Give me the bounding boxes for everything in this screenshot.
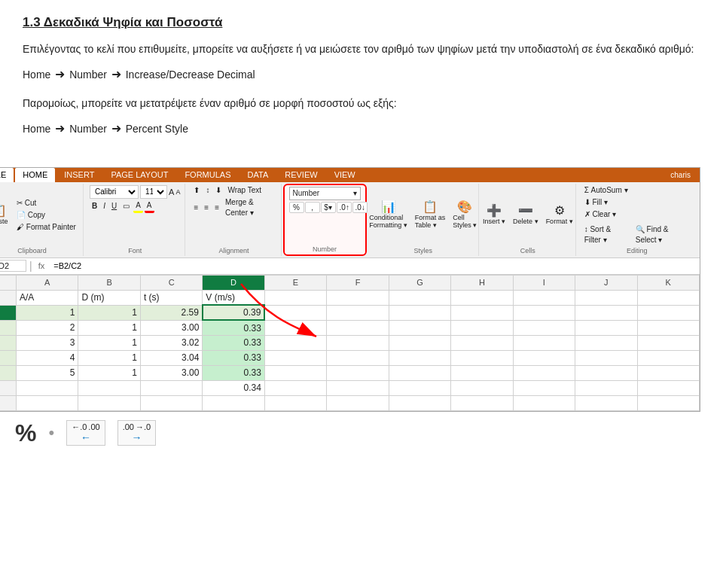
cell-k6[interactable] [637,365,699,380]
format-cells-btn[interactable]: ⚙ Format ▾ [543,203,576,227]
cell-d7[interactable]: 0.34 [203,380,264,395]
name-box[interactable]: D2 [0,260,26,272]
increase-font-btn[interactable]: A [169,187,174,197]
copy-button[interactable]: 📄 Copy [14,210,47,221]
cell-e8[interactable] [264,395,326,410]
cell-b3[interactable]: 1 [78,320,140,335]
autosum-btn[interactable]: Σ AutoSum ▾ [582,185,630,196]
tab-view[interactable]: VIEW [327,168,363,182]
merge-center-btn[interactable]: Merge & Center ▾ [223,197,276,218]
cell-i1[interactable] [513,290,575,305]
cell-i6[interactable] [513,365,575,380]
align-right-btn[interactable]: ≡ [212,203,221,213]
cell-j3[interactable] [575,320,637,335]
cell-j4[interactable] [575,335,637,350]
cell-k3[interactable] [637,320,699,335]
font-name-select[interactable]: Calibri [90,185,139,199]
delete-cells-btn[interactable]: ➖ Delete ▾ [510,203,541,227]
align-middle-btn[interactable]: ↕ [203,185,212,196]
bold-button[interactable]: B [90,201,99,212]
cell-i3[interactable] [513,320,575,335]
underline-button[interactable]: U [109,201,119,212]
cell-b4[interactable]: 1 [78,335,140,350]
find-select-btn[interactable]: 🔍 Find & Select ▾ [633,224,692,245]
accounting-btn[interactable]: $▾ [321,202,336,213]
col-header-i[interactable]: I [513,275,575,290]
conditional-formatting-btn[interactable]: 📊 ConditionalFormatting ▾ [366,200,410,230]
cell-i8[interactable] [513,395,575,410]
italic-button[interactable]: I [101,201,108,212]
cell-f7[interactable] [327,380,389,395]
cell-k5[interactable] [637,350,699,365]
fill-btn[interactable]: ⬇ Fill ▾ [582,197,610,208]
format-as-table-btn[interactable]: 📋 Format asTable ▾ [412,200,449,230]
tab-review[interactable]: REVIEW [277,168,325,182]
cell-a3[interactable]: 2 [17,320,78,335]
cell-c7[interactable] [140,380,202,395]
cell-i4[interactable] [513,335,575,350]
cell-h1[interactable] [451,290,513,305]
cell-k7[interactable] [637,380,699,395]
cell-f6[interactable] [327,365,389,380]
cell-d6[interactable]: 0.33 [203,365,264,380]
cell-h4[interactable] [451,335,513,350]
paste-button[interactable]: 📋 Paste [0,203,13,227]
cell-c1[interactable]: t (s) [140,290,202,305]
cell-c3[interactable]: 3.00 [140,320,202,335]
tab-page-layout[interactable]: PAGE LAYOUT [103,168,175,182]
cell-d8[interactable] [203,395,264,410]
decrease-decimal-btn[interactable]: .0↓ [352,202,368,213]
cell-g5[interactable] [389,350,450,365]
cell-i2[interactable] [513,305,575,320]
col-header-k[interactable]: K [637,275,699,290]
cell-b1[interactable]: D (m) [78,290,140,305]
align-bottom-btn[interactable]: ⬇ [213,185,224,196]
cell-h5[interactable] [451,350,513,365]
tab-home[interactable]: HOME [15,168,55,182]
cell-a1[interactable]: A/A [17,290,78,305]
cell-c2[interactable]: 2.59 [140,305,202,320]
cut-button[interactable]: ✂ Cut [14,198,38,209]
cell-b2[interactable]: 1 [78,305,140,320]
cell-k1[interactable] [637,290,699,305]
col-header-b[interactable]: B [78,275,140,290]
fill-color-button[interactable]: A [133,200,143,213]
cell-b6[interactable]: 1 [78,365,140,380]
cell-j2[interactable] [575,305,637,320]
increase-decimal-btn[interactable]: .0↑ [337,202,352,213]
cell-a8[interactable] [17,395,78,410]
formula-input[interactable] [50,260,697,271]
tab-insert[interactable]: INSERT [56,168,102,182]
cell-e6[interactable] [264,365,326,380]
percent-style-btn[interactable]: % [289,202,304,213]
align-top-btn[interactable]: ⬆ [191,185,202,196]
cell-d5[interactable]: 0.33 [203,350,264,365]
cell-h8[interactable] [451,395,513,410]
cell-g8[interactable] [389,395,450,410]
cell-f8[interactable] [327,395,389,410]
cell-g7[interactable] [389,380,450,395]
comma-style-btn[interactable]: , [305,202,320,213]
cell-g6[interactable] [389,365,450,380]
cell-a2[interactable]: 1 [17,305,78,320]
cell-c5[interactable]: 3.04 [140,350,202,365]
col-header-h[interactable]: H [451,275,513,290]
cell-f5[interactable] [327,350,389,365]
cell-b5[interactable]: 1 [78,350,140,365]
cell-j8[interactable] [575,395,637,410]
tab-data[interactable]: DATA [240,168,276,182]
cell-i7[interactable] [513,380,575,395]
tab-formulas[interactable]: FORMULAS [177,168,238,182]
align-left-btn[interactable]: ≡ [191,203,200,213]
cell-j1[interactable] [575,290,637,305]
cell-a4[interactable]: 3 [17,335,78,350]
col-header-a[interactable]: A [17,275,78,290]
cell-i5[interactable] [513,350,575,365]
align-center-btn[interactable]: ≡ [202,203,211,213]
cell-styles-btn[interactable]: 🎨 CellStyles ▾ [450,200,480,230]
cell-b7[interactable] [78,380,140,395]
border-button[interactable]: ▭ [120,201,132,212]
cell-j6[interactable] [575,365,637,380]
cell-e7[interactable] [264,380,326,395]
clear-btn[interactable]: ✗ Clear ▾ [582,209,618,220]
